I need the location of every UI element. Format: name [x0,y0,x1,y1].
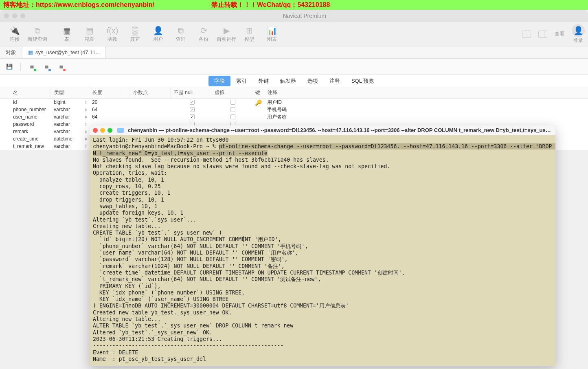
col-dec[interactable]: 小数点 [129,87,170,98]
main-toolbar: 🔌连接 ⧉新建查询 ▦表 ▤视图 f(x)函数 ▒其它 👤用户 ⧉查询 ⟳备份 … [0,22,588,46]
term-close-icon[interactable] [93,128,98,133]
cell-notnull[interactable]: ✓ [170,106,211,113]
cell-key [252,106,264,113]
tab-objects[interactable]: 对象 [0,46,22,58]
col-type[interactable]: 类型 [50,87,89,98]
col-comment[interactable]: 注释 [264,87,588,98]
terminal-titlebar: chenyanbin — pt-online-schema-change --u… [90,125,555,135]
cell-comment[interactable]: 用户名称 [264,113,588,121]
sidebar-toggle-left[interactable] [522,31,531,38]
folder-icon [117,128,124,133]
add-field-icon[interactable]: ≣ [28,63,35,70]
cell-dec[interactable] [129,106,170,113]
save-icon[interactable]: 💾 [6,63,13,70]
subtab-indexes[interactable]: 索引 [230,76,252,86]
insert-field-icon[interactable]: ≣ [43,63,50,70]
table-icon: ▦ [61,25,72,36]
cell-dec[interactable] [129,99,170,106]
tool-query[interactable]: ⧉查询 [169,25,192,43]
fields-grid-header: 名 类型 长度 小数点 不是 null 虚拟 键 注释 [0,87,588,99]
cell-name[interactable]: phone_number [10,106,50,113]
tool-function[interactable]: f(x)函数 [101,25,124,43]
cell-virtual[interactable] [211,106,252,113]
cell-name[interactable]: remark [10,128,50,135]
subtab-comment[interactable]: 注释 [324,76,346,86]
backup-icon: ⟳ [198,25,209,36]
tool-user[interactable]: 👤用户 [147,25,169,43]
subtab-foreignkeys[interactable]: 外键 [252,76,274,86]
banner-warning: 禁止转载！！！WeChat/qq：543210188 [211,1,330,9]
col-key[interactable]: 键 [252,87,264,98]
col-notnull[interactable]: 不是 null [170,87,211,98]
cell-type[interactable]: varchar [50,121,83,128]
zoom-icon[interactable] [20,13,25,18]
col-virtual[interactable]: 虚拟 [211,87,252,98]
table-designer-tabs: 字段 索引 外键 触发器 选项 注释 SQL 预览 [0,75,588,87]
terminal-title: chenyanbin — pt-online-schema-change --u… [128,127,552,133]
cell-name[interactable]: password [10,121,50,128]
cell-len[interactable]: 64 [89,113,129,121]
terminal-content[interactable]: Last login: Fri Jun 30 10:57:22 on ttys0… [90,135,555,364]
model-icon: ⊞ [244,25,255,36]
tool-backup[interactable]: ⟳备份 [192,25,215,43]
table-row[interactable]: phone_numbervarchar▴▾64✓手机号码 [0,106,588,113]
blog-url: https://www.cnblogs.com/chenyanbin/ [36,1,154,9]
subtab-fields[interactable]: 字段 [208,76,230,86]
doc-tabbar: 对象 ▦ sys_user@yb_test (47.11... [0,46,588,59]
tool-view[interactable]: ▤视图 [78,25,101,43]
subtab-sqlpreview[interactable]: SQL 预览 [346,76,380,86]
type-stepper[interactable]: ▴▾ [83,137,89,141]
cell-name[interactable]: id [10,99,50,106]
cell-type[interactable]: varchar [50,106,83,113]
window-title: Navicat Premium [25,13,584,19]
col-name[interactable]: 名 [10,87,50,98]
type-stepper[interactable]: ▴▾ [83,122,89,126]
tool-login[interactable]: 👤登录 [572,24,585,44]
tool-table[interactable]: ▦表 [55,25,78,43]
cell-len[interactable]: 64 [89,106,129,113]
table-row[interactable]: idbigint▴▾20✓🔑用户ID [0,99,588,106]
tool-chart[interactable]: 📊图表 [261,25,283,43]
subtab-triggers[interactable]: 触发器 [274,76,302,86]
function-icon: f(x) [107,25,118,36]
delete-field-icon[interactable]: ≣ [57,63,65,70]
tool-other[interactable]: ▒其它 [124,25,147,43]
cell-virtual[interactable] [211,113,252,121]
col-len[interactable]: 长度 [89,87,129,98]
tool-model[interactable]: ⊞模型 [238,25,261,43]
cell-type[interactable]: varchar [50,143,83,150]
cell-type[interactable]: varchar [50,113,83,121]
cell-notnull[interactable]: ✓ [170,113,211,121]
cell-virtual[interactable] [211,99,252,106]
subtab-options[interactable]: 选项 [302,76,324,86]
type-stepper[interactable]: ▴▾ [83,108,89,112]
cell-notnull[interactable]: ✓ [170,99,211,106]
minimize-icon[interactable] [12,13,17,18]
type-stepper[interactable]: ▴▾ [83,144,89,148]
other-icon: ▒ [130,25,140,36]
cell-type[interactable]: datetime [50,135,83,143]
cell-type[interactable]: bigint [50,99,83,106]
tab-sys-user[interactable]: ▦ sys_user@yb_test (47.11... [22,46,106,58]
tool-connection[interactable]: 🔌连接 [3,25,26,43]
cell-name[interactable]: create_time [10,135,50,143]
term-minimize-icon[interactable] [100,128,105,133]
table-row[interactable]: user_namevarchar▴▾64✓用户名称 [0,113,588,121]
cell-comment[interactable]: 手机号码 [264,106,588,113]
cell-dec[interactable] [129,113,170,121]
term-zoom-icon[interactable] [108,128,112,133]
sidebar-toggle-right[interactable] [538,31,547,38]
type-stepper[interactable]: ▴▾ [83,130,89,134]
cell-name[interactable]: t_remark_new [10,143,50,150]
cell-type[interactable]: varchar [50,128,83,135]
tool-view-mode[interactable]: 查看 [555,31,564,37]
tool-new-query[interactable]: ⧉新建查询 [26,25,49,43]
cell-len[interactable]: 20 [89,99,129,106]
cell-comment[interactable]: 用户ID [264,99,588,106]
close-icon[interactable] [4,13,9,18]
cell-key [252,113,264,121]
cell-name[interactable]: user_name [10,113,50,121]
tool-autorun[interactable]: ▶自动运行 [215,25,238,43]
type-stepper[interactable]: ▴▾ [83,100,89,104]
type-stepper[interactable]: ▴▾ [83,115,89,119]
